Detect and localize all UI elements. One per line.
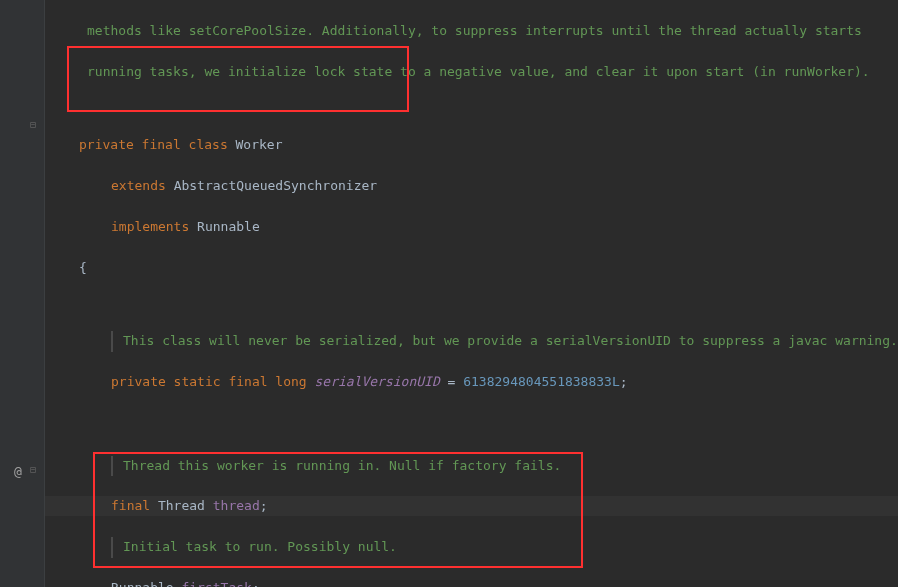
- doc-serial: This class will never be serialized, but…: [123, 333, 898, 348]
- semi: ;: [620, 374, 628, 389]
- code-editor[interactable]: methods like setCorePoolSize. Additional…: [55, 0, 898, 587]
- field-eq: =: [440, 374, 463, 389]
- override-icon[interactable]: @: [14, 462, 22, 483]
- semi: ;: [252, 580, 260, 587]
- implements-keyword: implements: [111, 219, 197, 234]
- open-brace: {: [79, 260, 87, 275]
- field-value: 6138294804551838833L: [463, 374, 620, 389]
- doc-text: running tasks, we initialize lock state …: [87, 64, 870, 79]
- field-modifiers: private static final long: [111, 374, 315, 389]
- doc-thread: Thread this worker is running in. Null i…: [123, 458, 561, 473]
- field-name: serialVersionUID: [315, 374, 440, 389]
- field-name: firstTask: [181, 580, 251, 587]
- field-type: Runnable: [111, 580, 181, 587]
- fold-icon[interactable]: ⊟: [30, 117, 36, 133]
- fold-icon[interactable]: ⊟: [30, 462, 36, 478]
- interface-name: Runnable: [197, 219, 260, 234]
- extends-keyword: extends: [111, 178, 174, 193]
- superclass-name: AbstractQueuedSynchronizer: [174, 178, 378, 193]
- class-name: Worker: [236, 137, 283, 152]
- field-modifier: final: [111, 498, 158, 513]
- modifier-keywords: private final class: [79, 137, 236, 152]
- field-name: thread: [213, 498, 260, 513]
- field-type: Thread: [158, 498, 213, 513]
- semi: ;: [260, 498, 268, 513]
- editor-gutter: ⊟ ⊟ @: [0, 0, 45, 587]
- doc-text: methods like setCorePoolSize. Additional…: [87, 23, 862, 38]
- doc-firsttask: Initial task to run. Possibly null.: [123, 539, 397, 554]
